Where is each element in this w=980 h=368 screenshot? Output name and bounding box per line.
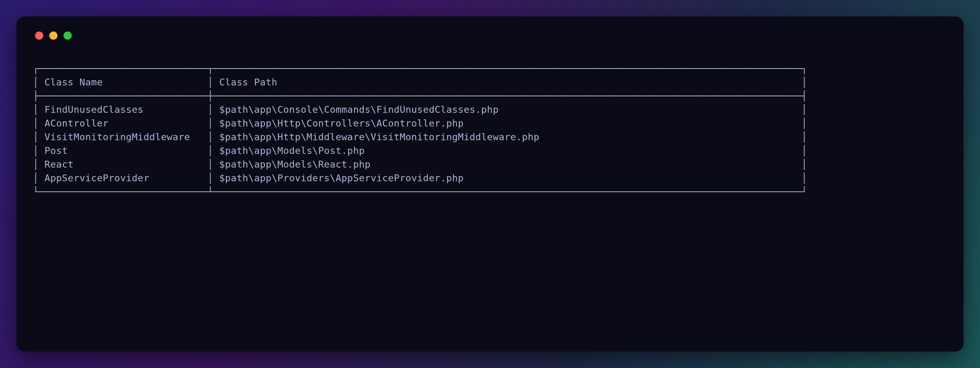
- minimize-icon[interactable]: [49, 32, 57, 40]
- table-row: │ VisitMonitoringMiddleware │ $path\app\…: [33, 130, 947, 144]
- terminal-window: ┌─────────────────────────────┬─────────…: [16, 16, 964, 352]
- close-icon[interactable]: [35, 32, 43, 40]
- table-row: │ AppServiceProvider │ $path\app\Provide…: [33, 171, 947, 185]
- table-row: │ React │ $path\app\Models\React.php │: [33, 158, 947, 171]
- window-controls: [35, 32, 947, 40]
- table-border: └─────────────────────────────┴─────────…: [33, 185, 947, 199]
- terminal-output: ┌─────────────────────────────┬─────────…: [33, 62, 947, 199]
- maximize-icon[interactable]: [64, 32, 72, 40]
- table-row: │ AController │ $path\app\Http\Controlle…: [33, 116, 947, 130]
- table-row: │ Post │ $path\app\Models\Post.php │: [33, 144, 947, 158]
- table-row: │ FindUnusedClasses │ $path\app\Console\…: [33, 103, 947, 116]
- table-border: ┌─────────────────────────────┬─────────…: [33, 62, 947, 75]
- table-border: ├─────────────────────────────┼─────────…: [33, 89, 947, 103]
- table-header-row: │ Class Name │ Class Path │: [33, 75, 947, 89]
